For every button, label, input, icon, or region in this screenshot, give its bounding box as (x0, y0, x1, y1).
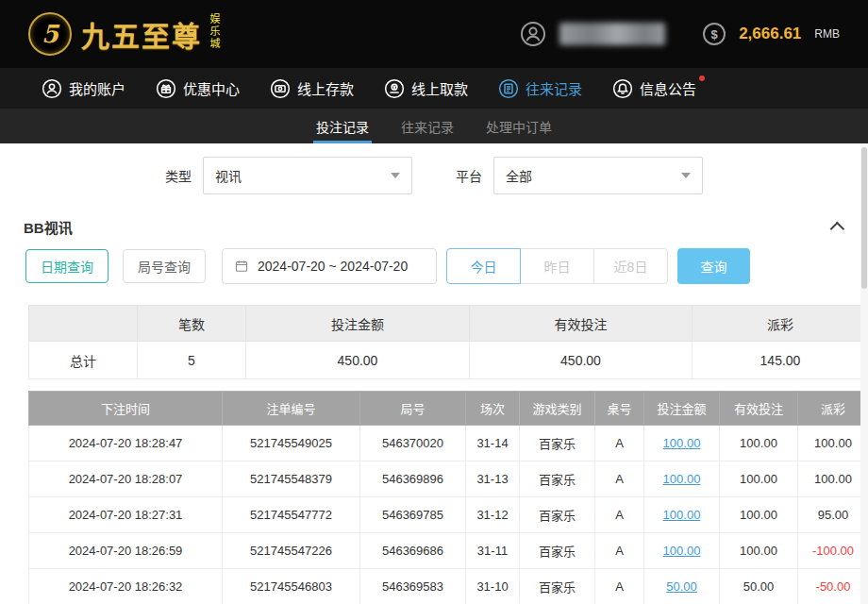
table-row: 2024-07-20 18:27:31 521745547772 5463697… (29, 497, 868, 533)
records-icon (498, 78, 519, 99)
bet-amount-link[interactable]: 100.00 (663, 436, 701, 450)
bet-amount-link[interactable]: 100.00 (663, 508, 701, 522)
nav-item-announcements[interactable]: 信息公告 (612, 78, 696, 99)
account-area: $ 2,666.61 RMB (520, 21, 840, 47)
date-range-value: 2024-07-20 ~ 2024-07-20 (258, 259, 408, 274)
user-avatar-icon[interactable] (520, 21, 546, 47)
valid-bet-cell: 100.00 (720, 533, 798, 569)
session-cell: 31-13 (466, 461, 520, 497)
nav-item-online-withdrawal[interactable]: 线上取款 (384, 78, 468, 99)
summary-total-label: 总计 (29, 342, 138, 379)
platform-label: 平台 (456, 166, 482, 185)
summary-payout: 145.00 (693, 342, 868, 379)
game-type-cell: 百家乐 (520, 461, 595, 497)
balance-currency: RMB (814, 27, 840, 41)
order-id-cell: 521745548379 (223, 461, 360, 497)
content: 类型 视讯 平台 全部 BB视讯 日期查询 局号查询 2024-07-20 ~ … (0, 143, 868, 604)
valid-bet-cell: 100.00 (720, 497, 798, 533)
col-valid-bet: 有效投注 (720, 392, 798, 426)
collapse-chevron-up-icon[interactable] (830, 222, 845, 237)
withdraw-icon (384, 78, 405, 99)
nav-label: 线上存款 (297, 78, 354, 98)
platform-select-value: 全部 (506, 166, 532, 185)
nav-item-promotions[interactable]: 优惠中心 (156, 78, 240, 99)
bet-amount-cell: 100.00 (644, 533, 720, 569)
type-label: 类型 (165, 166, 192, 185)
bet-amount-cell: 100.00 (644, 461, 720, 497)
logo-emblem-icon: 5 (28, 12, 72, 56)
valid-bet-cell: 100.00 (720, 461, 798, 497)
notification-dot (699, 76, 705, 81)
balance-amount: 2,666.61 (739, 25, 801, 43)
brand-name: 九五至尊 (81, 13, 202, 55)
nav-item-transaction-records[interactable]: 往来记录 (498, 78, 582, 99)
table-row: 2024-07-20 18:28:07 521745548379 5463698… (29, 461, 868, 497)
col-payout: 派彩 (798, 392, 868, 426)
summary-bet: 450.00 (246, 342, 470, 379)
search-button[interactable]: 查询 (677, 248, 750, 284)
chevron-down-icon (391, 173, 400, 178)
summary-count: 5 (138, 342, 246, 379)
payout-cell: 100.00 (798, 426, 868, 461)
scrollbar-thumb[interactable] (861, 147, 867, 289)
summary-total-row: 总计 5 450.00 450.00 145.00 (29, 342, 868, 379)
type-select[interactable]: 视讯 (203, 157, 412, 194)
game-type-cell: 百家乐 (520, 497, 595, 533)
quick-yesterday-button[interactable]: 昨日 (520, 248, 594, 284)
tab-transaction-records[interactable]: 往来记录 (398, 109, 457, 143)
platform-select[interactable]: 全部 (493, 157, 703, 194)
summary-header-empty (29, 306, 138, 342)
table-no-cell: A (595, 461, 644, 497)
records-subnav: 投注记录 往来记录 处理中订单 (0, 109, 868, 143)
bet-amount-link[interactable]: 50.00 (666, 579, 697, 594)
nav-label: 信息公告 (640, 78, 696, 98)
table-no-cell: A (595, 426, 644, 461)
bet-amount-link[interactable]: 100.00 (663, 544, 701, 558)
brand-subtitle: 娱乐城 (208, 13, 220, 55)
quick-last8days-button[interactable]: 近8日 (593, 248, 668, 284)
round-id-cell: 546370020 (360, 426, 466, 461)
tab-processing-orders[interactable]: 处理中订单 (483, 109, 555, 143)
site-logo[interactable]: 5 九五至尊 娱乐城 (28, 12, 220, 56)
payout-cell: -100.00 (798, 533, 868, 569)
order-id-cell: 521745546803 (223, 569, 360, 604)
logo-monogram: 5 (42, 20, 58, 48)
payout-cell: 100.00 (798, 461, 868, 497)
bet-records-section: 下注时间 注单编号 局号 场次 游戏类别 桌号 投注金额 有效投注 派彩 202… (0, 391, 868, 604)
bet-time-cell: 2024-07-20 18:28:47 (29, 426, 223, 461)
summary-header-valid: 有效投注 (470, 306, 693, 342)
date-range-input[interactable]: 2024-07-20 ~ 2024-07-20 (222, 248, 437, 284)
nav-item-my-account[interactable]: 我的账户 (42, 78, 125, 99)
dollar-glyph: $ (711, 27, 718, 42)
bet-time-cell: 2024-07-20 18:27:31 (29, 497, 223, 533)
round-query-button[interactable]: 局号查询 (123, 249, 206, 283)
session-cell: 31-14 (466, 426, 520, 461)
col-bet-time: 下注时间 (29, 392, 223, 426)
table-no-cell: A (595, 533, 644, 569)
valid-bet-cell: 50.00 (720, 569, 798, 604)
type-select-value: 视讯 (215, 166, 242, 185)
bet-amount-link[interactable]: 100.00 (663, 472, 701, 486)
table-row: 2024-07-20 18:26:59 521745547226 5463696… (29, 533, 868, 569)
round-id-cell: 546369785 (360, 497, 466, 533)
game-type-cell: 百家乐 (520, 533, 595, 569)
quick-today-button[interactable]: 今日 (446, 248, 521, 284)
nav-label: 优惠中心 (183, 78, 240, 98)
bell-icon (612, 78, 633, 99)
col-game-type: 游戏类别 (520, 392, 595, 426)
col-bet-amount: 投注金额 (644, 392, 720, 426)
bet-records-table: 下注时间 注单编号 局号 场次 游戏类别 桌号 投注金额 有效投注 派彩 202… (28, 391, 868, 604)
summary-header-bet: 投注金额 (246, 306, 470, 342)
section-header: BB视讯 (0, 208, 868, 244)
scrollbar-track[interactable] (860, 143, 868, 604)
main-nav: 我的账户 优惠中心 线上存款 线上取款 往来记录 信息公告 (0, 68, 868, 109)
table-row: 2024-07-20 18:28:47 521745549025 5463700… (29, 426, 868, 461)
bet-amount-cell: 100.00 (644, 426, 720, 461)
col-order-id: 注单编号 (223, 392, 360, 426)
col-table-no: 桌号 (595, 392, 644, 426)
nav-item-online-deposit[interactable]: 线上存款 (270, 78, 354, 99)
tab-betting-records[interactable]: 投注记录 (313, 109, 372, 143)
date-query-button[interactable]: 日期查询 (25, 249, 108, 283)
filter-row: 类型 视讯 平台 全部 (0, 143, 868, 208)
round-id-cell: 546369583 (360, 569, 466, 604)
